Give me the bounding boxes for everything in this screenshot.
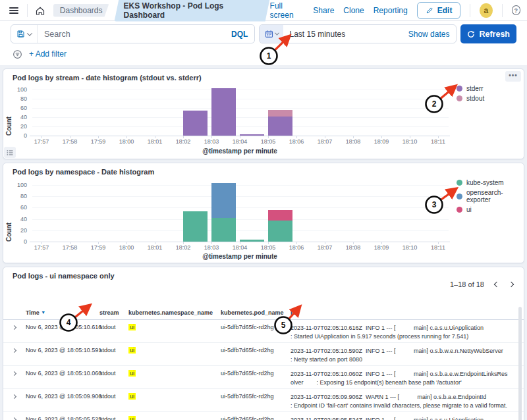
x-tick-label: 18:00 [115,244,138,251]
y-tick-label: 40 [6,114,27,120]
panel-title: Pod logs by stream - date histogram (std… [3,69,524,82]
filter-options-button[interactable] [11,47,24,61]
dashboard-grid: Pod logs by stream - date histogram (std… [0,65,527,420]
x-tick-label: 18:09 [370,244,393,251]
x-tick-label: 17:57 [30,244,53,251]
cell-time: Nov 6, 2023 @ 18:05:10.616 [26,320,99,330]
bar-segment[interactable] [211,218,236,242]
expand-row-button[interactable] [10,389,26,400]
legend-item[interactable]: ui [457,206,524,213]
x-tick-label: 18:01 [144,244,166,251]
cell-namespace: ui [128,389,221,400]
cell-log: 2023-11-07T02:05:10.590Z INFO 1 --- [ ma… [291,343,517,364]
bar-segment[interactable] [268,221,292,242]
clone-link[interactable]: Clone [343,6,364,15]
edit-button[interactable]: Edit [417,2,461,19]
x-axis-label: @timestamp per minute [202,253,277,260]
divider [470,4,470,17]
header-namespace[interactable]: kubernetes.namespace_name [128,306,221,319]
home-button[interactable] [33,3,48,18]
header-stream[interactable]: stream [99,306,128,319]
y-tick-label: 0 [6,132,27,139]
x-tick-label: 18:01 [144,138,166,145]
cell-time: Nov 6, 2023 @ 18:05:10.591 [26,343,99,354]
share-link[interactable]: Share [313,6,334,15]
table-scrollbar[interactable] [518,307,522,420]
query-language-button[interactable]: DQL [225,30,254,39]
y-tick-label: 40 [6,216,27,223]
y-tick-label: 20 [6,123,27,130]
avatar[interactable]: a [480,3,492,18]
expand-row-button[interactable] [10,412,26,420]
cell-time: Nov 6, 2023 @ 18:05:09.906 [26,389,99,400]
legend-label: stdout [466,95,484,102]
previous-page-button[interactable] [495,282,499,286]
sort-desc-icon[interactable]: ▼ [41,310,45,315]
filter-bar: + Add filter [0,45,527,65]
bar-segment[interactable] [211,88,236,136]
panel-pod-logs-by-namespace: Pod logs by namespace - Date histogram C… [3,163,524,263]
bar-segment[interactable] [240,240,264,242]
filter-icon [13,49,22,59]
next-page-button[interactable] [509,282,513,286]
cell-namespace: ui [128,320,221,330]
x-tick-label: 18:09 [370,138,393,145]
legend-dot-icon [457,180,462,186]
bar-segment[interactable] [211,183,236,217]
bar-segment[interactable] [240,134,264,136]
date-picker: Last 15 minutes Show dates [259,24,457,43]
legend-dot-icon [457,86,462,92]
search-input[interactable] [38,30,225,39]
chart-legend: stderrstdout [457,85,484,102]
legend-dot-icon [457,194,462,199]
expand-row-button[interactable] [10,343,26,354]
cell-log: 2023-11-07T02:05:10.060Z INFO 1 --- [ ma… [291,366,517,387]
panel-pod-logs-by-stream: Pod logs by stream - date histogram (std… [3,68,524,159]
search-box: DQL [11,24,255,43]
expand-row-button[interactable] [10,366,26,377]
legend-item[interactable]: stderr [457,85,484,92]
help-icon[interactable]: ? [512,5,520,15]
pagination-label: 1–18 of 18 [450,280,484,288]
chevron-down-icon [27,30,32,36]
legend-item[interactable]: opensearch-exporter [457,189,524,203]
x-tick-label: 18:07 [314,244,336,251]
bar-segment[interactable] [268,210,292,221]
full-screen-link[interactable]: Full screen [270,1,304,20]
bar-segment[interactable] [268,117,292,136]
header-pod-name[interactable]: kubernetes.pod_name [221,306,291,319]
x-tick-label: 18:02 [172,244,194,251]
x-tick-label: 18:07 [314,138,336,145]
header-log[interactable]: log [291,306,517,319]
x-tick-label: 18:03 [200,138,223,145]
saved-query-button[interactable] [11,25,38,43]
refresh-button[interactable]: Refresh [460,24,516,43]
legend-toggle-button[interactable] [4,147,16,158]
menu-button[interactable] [7,3,22,18]
legend-item[interactable]: stdout [457,95,484,102]
calendar-icon [265,30,273,38]
cell-pod-name: ui-5dfb7d65fc-rd2hg [221,343,291,354]
x-tick-label: 18:04 [229,138,251,145]
bar-segment[interactable] [183,111,208,136]
panel-menu-button[interactable]: ••• [505,71,521,82]
expand-row-button[interactable] [10,320,26,330]
reporting-link[interactable]: Reporting [374,6,408,15]
quick-select-date-button[interactable] [260,25,283,43]
breadcrumb-dashboards[interactable]: Dashboards [53,4,109,17]
add-filter-link[interactable]: + Add filter [29,49,67,59]
cell-time: Nov 6, 2023 @ 18:05:10.060 [26,366,99,377]
legend-label: stderr [466,85,484,92]
x-tick-label: 17:59 [87,138,109,145]
time-range-value[interactable]: Last 15 minutes [283,30,408,39]
show-dates-link[interactable]: Show dates [408,30,457,39]
header-time[interactable]: Time ▼ [26,306,99,319]
x-tick-label: 18:11 [427,138,449,145]
legend-label: kube-system [466,179,504,186]
y-tick-label: 0 [6,238,27,245]
bar-segment[interactable] [183,211,208,242]
legend-item[interactable]: kube-system [457,179,524,186]
bar-segment[interactable] [268,110,292,117]
cell-pod-name: ui-5dfb7d65fc-rd2hg [221,320,291,330]
cell-pod-name: ui-5dfb7d65fc-rd2hg [221,412,291,420]
